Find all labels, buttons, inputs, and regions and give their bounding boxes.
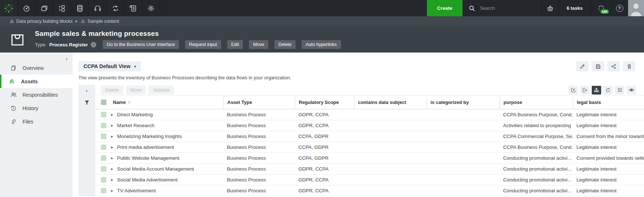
row-expander-icon[interactable]: ▸ <box>111 145 113 150</box>
data-basket-button[interactable] <box>542 0 558 16</box>
tasks-button[interactable]: 6 tasks <box>558 0 591 16</box>
delete-button[interactable]: Delete <box>274 40 295 49</box>
nav-workflows[interactable] <box>107 0 125 16</box>
nav-asset-tree[interactable] <box>53 0 71 16</box>
table-icon-buttons <box>568 86 644 95</box>
assets-table: Delete Move Validate <box>95 85 644 196</box>
nav-settings[interactable] <box>142 0 160 16</box>
share-view-button[interactable] <box>607 61 620 71</box>
sidebar-item-files[interactable]: Files <box>0 115 73 128</box>
column-header-regulatory-scope[interactable]: Regulatory Scope <box>295 96 354 109</box>
refresh-button[interactable] <box>603 86 613 95</box>
refresh-icon <box>605 87 611 93</box>
row-checkbox[interactable] <box>101 144 106 150</box>
edit-view-button[interactable] <box>576 61 588 71</box>
asset-name-link[interactable]: TV Advertisement <box>117 188 156 193</box>
nav-data-sources[interactable] <box>71 0 89 16</box>
row-expander-icon[interactable]: ▸ <box>111 134 113 139</box>
save-view-button[interactable] <box>592 61 604 71</box>
asset-name-link[interactable]: Social Media Advertisement <box>117 177 178 183</box>
import-button[interactable] <box>568 86 578 95</box>
activity-count-badge: 100 <box>600 9 609 14</box>
bulk-delete-button[interactable]: Delete <box>101 85 123 95</box>
view-selector[interactable]: CCPA Default View ▾ <box>78 61 141 71</box>
table-row[interactable]: ▸Monetizing Marketing Insights Business … <box>95 131 644 142</box>
sidebar-item-responsibilities[interactable]: Responsibilities <box>0 88 73 101</box>
delete-view-button[interactable] <box>623 61 635 71</box>
select-all-checkbox[interactable] <box>101 100 106 105</box>
export-button[interactable] <box>580 86 590 95</box>
expand-panel-button[interactable]: › <box>78 85 95 96</box>
nav-browser[interactable] <box>36 0 53 16</box>
row-expander-icon[interactable]: ▸ <box>111 188 113 193</box>
asset-name-link[interactable]: Social Media Account Management <box>117 166 194 172</box>
filter-button[interactable] <box>78 96 95 109</box>
info-icon[interactable]: i <box>91 42 96 47</box>
sort-ascending-icon: ↑ <box>128 100 130 105</box>
request-input-button[interactable]: Request input <box>185 40 221 49</box>
column-header-name[interactable]: Name ↑ <box>95 96 223 109</box>
sidebar-item-assets[interactable]: Assets <box>0 75 73 88</box>
topbar-spacer <box>160 0 427 16</box>
bulk-validate-button[interactable]: Validate <box>148 85 174 95</box>
move-button[interactable]: Move <box>249 40 268 49</box>
create-button[interactable]: Create <box>427 0 462 16</box>
column-header-asset-type[interactable]: Asset Type <box>223 96 295 109</box>
row-checkbox[interactable] <box>101 134 106 139</box>
asset-name-link[interactable]: Monetizing Marketing Insights <box>117 134 182 139</box>
nav-reports[interactable] <box>125 0 142 16</box>
asset-sidebar: ‹ Overview Assets <box>0 53 73 197</box>
columns-button[interactable] <box>615 86 624 95</box>
column-header-purpose[interactable]: purpose <box>500 96 573 109</box>
row-checkbox[interactable] <box>101 166 106 172</box>
edit-button[interactable]: Edit <box>227 40 243 49</box>
row-checkbox[interactable] <box>101 177 106 183</box>
go-to-business-user-interface-button[interactable]: Go to the Business User Interface <box>103 40 179 49</box>
row-expander-icon[interactable]: ▸ <box>111 167 113 171</box>
asset-name-link[interactable]: Direct Marketing <box>117 112 153 117</box>
import-icon <box>570 87 576 93</box>
table-row[interactable]: ▸Direct Marketing Business Process GDPR,… <box>95 109 644 120</box>
row-expander-icon[interactable]: ▸ <box>111 123 113 128</box>
activities-button[interactable]: 100 <box>591 0 611 16</box>
gear-icon <box>147 4 155 12</box>
row-expander-icon[interactable]: ▸ <box>111 177 113 182</box>
column-header-is-categorized-by[interactable]: is categorized by <box>427 96 500 109</box>
asset-name-link[interactable]: Market Research <box>117 123 155 128</box>
nav-helpdesk[interactable] <box>89 0 107 16</box>
row-expander-icon[interactable]: ▸ <box>111 112 113 117</box>
pencil-icon <box>579 63 586 70</box>
top-navigation-bar: Create Search 6 tasks 100 ? <box>0 0 644 16</box>
column-header-contains-data-subject[interactable]: contains data subject <box>354 96 427 109</box>
breadcrumb-item-community[interactable]: Data privacy building blocks <box>9 19 73 24</box>
sidebar-item-history[interactable]: History <box>0 101 73 115</box>
table-row[interactable]: ▸TV Advertisement Business Process GDPR,… <box>95 185 644 196</box>
user-avatar[interactable] <box>628 0 644 16</box>
auto-hyperlinks-button[interactable]: Auto hyperlinks <box>302 40 341 49</box>
scroll-document-icon <box>129 4 137 12</box>
assets-a-icon <box>8 78 16 85</box>
asset-name-link[interactable]: Public Website Management <box>117 155 180 161</box>
row-checkbox[interactable] <box>101 155 106 161</box>
tree-view-toggle[interactable] <box>592 86 601 95</box>
row-checkbox[interactable] <box>101 112 106 117</box>
table-row[interactable]: ▸Market Research Business Process GDPR, … <box>95 120 644 131</box>
breadcrumb-item-domain[interactable]: Sample content <box>81 19 119 24</box>
sidebar-collapse-toggle[interactable]: ‹ <box>66 55 68 62</box>
global-search[interactable]: Search <box>462 0 542 16</box>
bulk-move-button[interactable]: Move <box>126 85 146 95</box>
asset-name-link[interactable]: Print media advertisement <box>117 144 174 150</box>
table-row[interactable]: ▸Social Media Advertisement Business Pro… <box>95 175 644 185</box>
sidebar-item-overview[interactable]: Overview <box>0 61 73 75</box>
visibility-button[interactable] <box>627 86 636 95</box>
table-row[interactable]: ▸Social Media Account Management Busines… <box>95 164 644 175</box>
column-header-legal-basis[interactable]: legal basis <box>573 96 644 109</box>
nav-dashboard[interactable] <box>18 0 36 16</box>
row-checkbox[interactable] <box>101 123 106 128</box>
table-row[interactable]: ▸Public Website Management Business Proc… <box>95 153 644 164</box>
help-button[interactable]: ? <box>611 0 628 16</box>
row-checkbox[interactable] <box>101 188 106 193</box>
app-logo[interactable] <box>0 0 18 16</box>
table-row[interactable]: ▸Print media advertisement Business Proc… <box>95 142 644 153</box>
row-expander-icon[interactable]: ▸ <box>111 156 113 160</box>
